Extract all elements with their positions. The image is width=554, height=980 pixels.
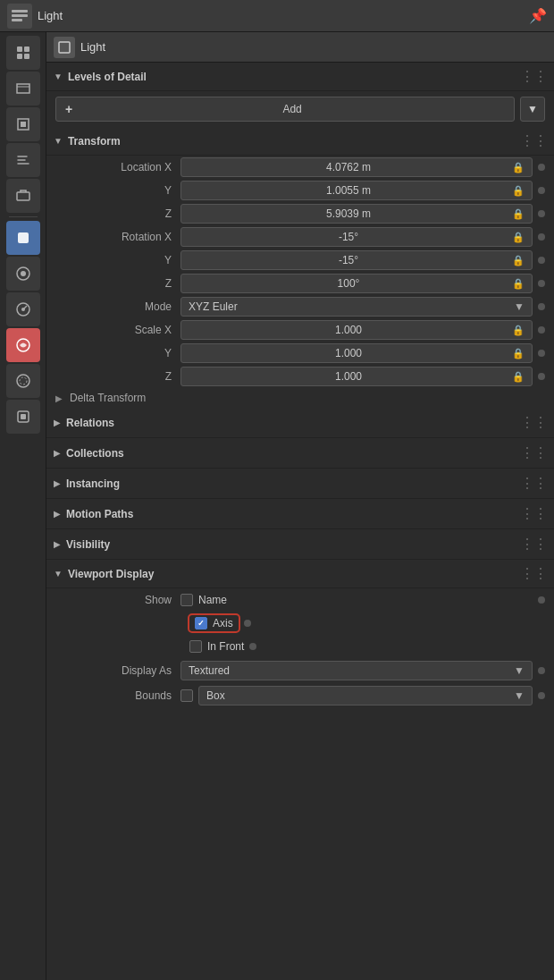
instancing-title: Instancing [66,477,520,490]
location-y-lock: 🔒 [512,185,525,197]
scale-z-field[interactable]: 1.000 🔒 [180,367,533,386]
in-front-checkbox[interactable] [189,640,202,653]
relations-section[interactable]: ▶ Relations ⋮⋮ [46,408,554,438]
lod-dots: ⋮⋮ [520,68,547,85]
motion-paths-section[interactable]: ▶ Motion Paths ⋮⋮ [46,499,554,529]
pin-icon[interactable]: 📌 [529,7,547,24]
sidebar-btn-modifier[interactable] [6,257,40,291]
axis-row: Axis [46,612,554,635]
sidebar-btn-particles[interactable] [6,292,40,326]
rotation-z-field[interactable]: 100° 🔒 [180,274,533,293]
object-header-title: Light [80,40,547,54]
rotation-y-value: -15° [189,254,508,266]
add-dropdown-arrow[interactable]: ▼ [520,97,545,122]
scale-y-field[interactable]: 1.000 🔒 [180,343,533,363]
sidebar-btn-output[interactable] [6,143,40,177]
sidebar-btn-tools[interactable] [6,36,40,70]
instancing-section[interactable]: ▶ Instancing ⋮⋮ [46,469,554,499]
location-x-value: 4.0762 m [189,161,508,173]
svg-point-12 [21,308,25,311]
location-x-label: Location X [55,161,180,173]
visibility-arrow: ▶ [54,539,61,549]
main-content: Light ▼ Levels of Detail ⋮⋮ + Add ▼ ▼ Tr… [46,32,554,980]
location-y-field[interactable]: 1.0055 m 🔒 [180,181,533,200]
relations-arrow: ▶ [54,418,61,427]
sidebar-btn-object-props[interactable] [6,400,40,434]
transform-header[interactable]: ▼ Transform ⋮⋮ [46,127,554,156]
svg-rect-0 [12,10,28,13]
bounds-label: Bounds [55,689,180,702]
svg-rect-3 [17,46,22,52]
scale-z-row: Z 1.000 🔒 [46,365,554,388]
collections-arrow: ▶ [54,448,61,458]
collections-dots: ⋮⋮ [520,444,547,461]
axis-highlight: Axis [189,615,239,631]
bounds-row: Bounds Box ▼ [46,683,554,708]
object-header: Light [46,32,554,63]
axis-label: Axis [213,617,233,629]
lod-arrow: ▼ [54,72,63,81]
viewport-display-header[interactable]: ▼ Viewport Display ⋮⋮ [46,560,554,588]
mode-chevron: ▼ [514,300,525,313]
collections-section[interactable]: ▶ Collections ⋮⋮ [46,438,554,469]
axis-dot [244,620,251,627]
levels-of-detail-header[interactable]: ▼ Levels of Detail ⋮⋮ [46,63,554,91]
bounds-checkbox[interactable] [180,689,193,702]
transform-arrow: ▼ [54,136,63,146]
rotation-z-row: Z 100° 🔒 [46,272,554,295]
location-y-label: Y [55,184,180,197]
scale-z-value: 1.000 [189,370,508,383]
display-as-dropdown[interactable]: Textured ▼ [180,661,533,680]
bounds-type-chevron: ▼ [514,689,525,702]
instancing-arrow: ▶ [54,478,61,488]
location-x-field[interactable]: 4.0762 m 🔒 [180,157,533,177]
bounds-type-value: Box [206,689,514,702]
mode-value: XYZ Euler [189,300,514,313]
mode-dot [538,303,545,310]
svg-rect-17 [21,414,26,419]
scale-z-label: Z [55,370,180,383]
mode-dropdown[interactable]: XYZ Euler ▼ [180,297,533,317]
rotation-y-field[interactable]: -15° 🔒 [180,250,533,270]
scale-y-row: Y 1.000 🔒 [46,342,554,365]
rotation-z-value: 100° [189,277,508,290]
in-front-label: In Front [207,640,244,653]
axis-checkbox[interactable] [195,617,207,629]
name-checkbox[interactable] [180,594,193,606]
scale-y-lock: 🔒 [512,348,525,359]
bounds-type-dropdown[interactable]: Box ▼ [198,686,533,705]
sidebar-btn-object-data[interactable] [6,221,40,255]
scale-x-field[interactable]: 1.000 🔒 [180,320,533,340]
transform-dots: ⋮⋮ [520,132,547,149]
svg-point-15 [20,377,27,384]
svg-rect-4 [24,46,29,52]
sidebar-btn-compositing[interactable] [6,179,40,213]
sidebar-btn-render[interactable] [6,107,40,141]
location-z-value: 5.9039 m [189,207,508,220]
sidebar-btn-constraints[interactable] [6,364,40,398]
location-z-field[interactable]: 5.9039 m 🔒 [180,204,533,224]
display-as-chevron: ▼ [514,664,525,677]
show-name-dot [538,596,545,604]
sidebar-btn-physics[interactable] [6,328,40,362]
rotation-z-dot [538,280,545,287]
rotation-y-label: Y [55,254,180,266]
sidebar [0,32,46,980]
rotation-x-field[interactable]: -15° 🔒 [180,227,533,247]
svg-rect-7 [17,192,29,200]
scale-x-lock: 🔒 [512,325,525,336]
add-button[interactable]: + Add [55,97,515,122]
in-front-row: In Front [46,635,554,658]
delta-transform-row[interactable]: ▶ Delta Transform [46,388,554,408]
plus-icon: + [65,102,72,116]
display-as-value: Textured [189,664,514,677]
visibility-section[interactable]: ▶ Visibility ⋮⋮ [46,529,554,560]
sidebar-btn-scene[interactable] [6,72,40,106]
rotation-y-dot [538,257,545,264]
scale-x-dot [538,326,545,334]
object-header-icon [54,37,75,58]
location-z-label: Z [55,207,180,220]
viewport-display-section: ▼ Viewport Display ⋮⋮ Show Name Axis [46,560,554,708]
viewport-display-arrow: ▼ [54,569,63,579]
collections-title: Collections [66,447,520,460]
